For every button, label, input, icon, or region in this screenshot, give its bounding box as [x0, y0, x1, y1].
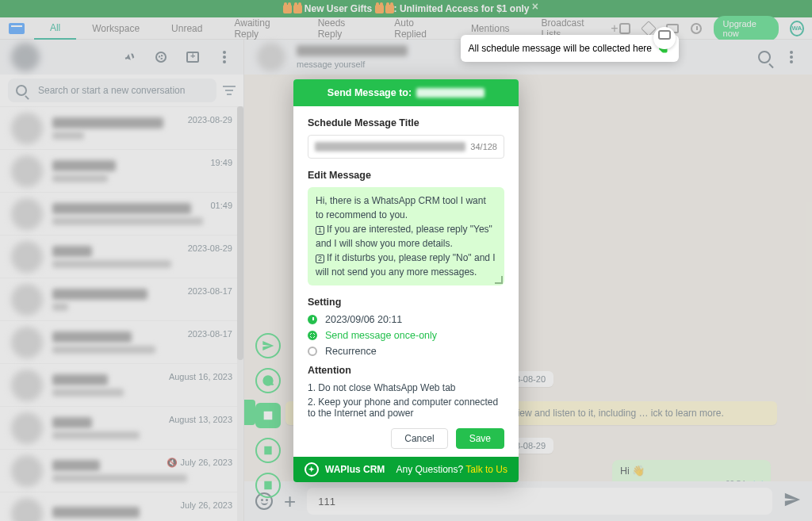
bot-icon	[658, 30, 671, 40]
setting-label: Setting	[308, 297, 504, 308]
attention-item: 1. Do not close WhatsApp Web tab	[308, 382, 504, 393]
footer-question: Any Questions?	[396, 464, 463, 475]
modal-header: Send Message to:	[293, 79, 519, 106]
schedule-title-value	[315, 142, 465, 151]
tooltip-text: All schedule message will be collected h…	[469, 43, 652, 54]
save-button[interactable]: Save	[456, 428, 504, 449]
schedule-title-label: Schedule Message Title	[308, 117, 504, 128]
brand-icon: ✦	[304, 462, 319, 477]
bullet-1-icon: 1	[316, 226, 324, 235]
point-up-icon	[657, 41, 671, 56]
schedule-tooltip: All schedule message will be collected h…	[461, 35, 679, 62]
modal-header-target	[416, 88, 485, 98]
recurrence-label[interactable]: Recurrence	[325, 346, 377, 357]
bullet-2-icon: 2	[316, 255, 324, 263]
schedule-time[interactable]: 2023/09/06 20:11	[325, 314, 402, 325]
brand-name: WAPlus CRM	[325, 464, 385, 475]
resize-grip-icon[interactable]	[495, 276, 503, 284]
schedule-modal: Send Message to: Schedule Message Title …	[293, 79, 519, 482]
msg-line-1: If you are interested, please reply "Yes…	[316, 224, 492, 249]
once-radio[interactable]	[308, 331, 317, 340]
modal-header-label: Send Message to:	[327, 87, 412, 98]
schedule-title-input[interactable]: 34/128	[308, 135, 504, 159]
attention-label: Attention	[308, 365, 504, 376]
cancel-button[interactable]: Cancel	[391, 428, 447, 449]
talk-to-us-link[interactable]: Talk to Us	[465, 464, 508, 475]
once-label[interactable]: Send message once-only	[325, 330, 437, 341]
msg-line-2: If it disturbs you, please reply "No" an…	[316, 252, 496, 278]
edit-message-textarea[interactable]: Hi, there is a WhatsApp CRM tool I want …	[308, 187, 504, 285]
modal-footer: ✦ WAPlus CRM Any Questions? Talk to Us	[293, 457, 519, 482]
edit-message-label: Edit Message	[308, 170, 504, 181]
recurrence-radio[interactable]	[308, 347, 317, 356]
schedule-title-counter: 34/128	[470, 142, 497, 151]
msg-intro: Hi, there is a WhatsApp CRM tool I want …	[316, 195, 486, 220]
attention-item: 2. Keep your phone and computer connecte…	[308, 396, 504, 419]
clock-icon	[308, 315, 317, 324]
